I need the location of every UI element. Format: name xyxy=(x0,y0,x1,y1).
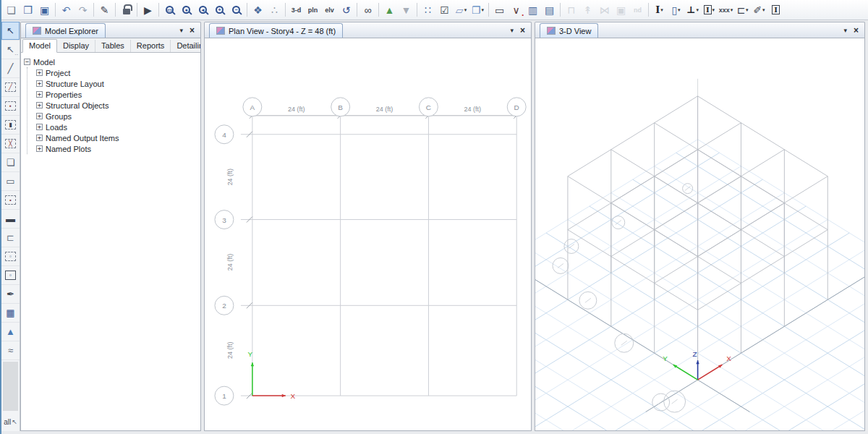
plan-view-panel: Plan View - Story4 - Z = 48 (ft) ▾ × 24 … xyxy=(204,22,532,431)
panel-menu-icon[interactable]: ▾ xyxy=(179,27,183,34)
expand-icon[interactable]: + xyxy=(36,80,43,87)
channel-section-icon[interactable]: ⊏▾ xyxy=(734,1,751,18)
rubber-band-zoom-icon[interactable]: ▭ xyxy=(161,1,178,18)
expand-icon[interactable]: + xyxy=(36,124,43,130)
toolbar-separator xyxy=(55,3,56,17)
new-model-icon[interactable]: ❏ xyxy=(3,1,20,18)
concrete-section-icon[interactable]: ▯▾ xyxy=(668,1,684,18)
explorer-tab-display[interactable]: Display xyxy=(57,40,95,52)
tree-item-label[interactable]: Structure Layout xyxy=(46,80,104,88)
zoom-out-icon[interactable]: − xyxy=(228,1,244,18)
view-elevation-button[interactable]: elv xyxy=(321,1,338,18)
draw-beam-icon[interactable]: ▪ xyxy=(1,97,20,116)
rotate-3d-view-icon[interactable]: ↺ xyxy=(338,1,354,18)
boxed-i-section-icon[interactable]: I▾ xyxy=(701,1,718,18)
walk-through-icon[interactable]: ∴ xyxy=(266,1,283,18)
model-explorer-tab[interactable]: Model Explorer xyxy=(25,23,106,38)
zoom-in-icon[interactable]: + xyxy=(211,1,228,18)
draw-dimension-icon[interactable]: ✒ xyxy=(1,285,20,304)
explorer-tab-detailing[interactable]: Detailing xyxy=(171,40,201,52)
tree-item-label[interactable]: Project xyxy=(46,69,70,77)
draw-frame-rect-icon[interactable]: ▭ xyxy=(491,1,508,18)
tree-item-label[interactable]: Loads xyxy=(46,123,67,132)
svg-text:4: 4 xyxy=(222,131,226,139)
close-icon[interactable]: × xyxy=(520,26,525,35)
draw-special-joint-icon[interactable]: ╱ xyxy=(1,78,20,97)
save-model-icon[interactable]: ▣ xyxy=(36,1,53,18)
pier-labels-icon[interactable]: ▥ xyxy=(524,1,541,18)
tree-item-label[interactable]: Named Plots xyxy=(46,145,91,153)
reshape-object-icon[interactable]: ↖·· xyxy=(1,41,20,59)
tree-item-label[interactable]: Groups xyxy=(46,112,72,121)
shrink-objects-icon[interactable]: ∷ xyxy=(420,1,436,18)
toolbar-separator xyxy=(648,3,649,17)
tree-item-label[interactable]: Model xyxy=(33,58,55,67)
collapse-icon[interactable]: − xyxy=(24,59,30,65)
spandrel-labels-icon[interactable]: ▤ xyxy=(541,1,558,18)
edit-pencil-icon[interactable]: ✎ xyxy=(96,1,113,18)
draw-joint-icon[interactable]: ∨• xyxy=(508,1,524,18)
tree-item-label[interactable]: Named Output Items xyxy=(46,134,119,142)
draw-rectangular-wall-icon[interactable]: ▭ xyxy=(1,172,20,191)
assign-note-icon[interactable]: ▱▾ xyxy=(453,1,469,18)
model-tree: −Model+Project+Structure Layout+Properti… xyxy=(21,53,200,158)
close-icon[interactable]: × xyxy=(854,26,859,35)
rebar-link-icon[interactable]: xxx▾ xyxy=(718,1,734,18)
svg-text:A: A xyxy=(250,103,255,111)
slab-draw-icon[interactable]: ✐▾ xyxy=(751,1,767,18)
plan-view-tab[interactable]: Plan View - Story4 - Z = 48 (ft) xyxy=(209,23,343,38)
draw-column-icon[interactable]: ▮ xyxy=(1,116,20,135)
3d-view-tab[interactable]: 3-D View xyxy=(540,23,598,38)
draw-wall-icon[interactable]: ❏ xyxy=(1,153,20,172)
display-options-icon[interactable]: ∞ xyxy=(359,1,376,18)
draw-floor-icon[interactable]: • xyxy=(1,191,20,210)
select-pointer-icon[interactable]: ↖ xyxy=(1,22,20,41)
pan-icon[interactable]: ❖ xyxy=(250,1,266,18)
explorer-tab-model[interactable]: Model xyxy=(22,39,57,53)
mesh-areas-icon: ▣ xyxy=(613,1,629,18)
tee-section-icon[interactable]: ⊥▾ xyxy=(684,1,701,18)
undo-icon[interactable]: ↶ xyxy=(58,1,75,18)
draw-door-window-icon[interactable]: ▫ xyxy=(1,266,20,285)
lock-model-icon[interactable] xyxy=(118,1,135,18)
previous-zoom-icon[interactable]: ◂ xyxy=(195,1,211,18)
panel-menu-icon[interactable]: ▾ xyxy=(843,27,847,34)
expand-icon[interactable]: + xyxy=(36,113,43,119)
draw-braces-icon[interactable]: ╳ xyxy=(1,135,20,153)
expand-icon[interactable]: + xyxy=(36,102,43,109)
wall-section-icon[interactable]: I xyxy=(767,1,784,18)
plan-view-canvas[interactable]: 24 (ft)24 (ft)24 (ft)24 (ft)24 (ft)24 (f… xyxy=(204,38,532,431)
open-model-icon[interactable]: ❒ xyxy=(20,1,36,18)
expand-icon[interactable]: + xyxy=(36,135,43,141)
explorer-tab-reports[interactable]: Reports xyxy=(131,40,171,52)
move-down-story-icon[interactable]: ▼ xyxy=(398,1,414,18)
redo-icon[interactable]: ↷ xyxy=(75,1,91,18)
3d-view-canvas[interactable]: ZXY xyxy=(535,38,865,431)
tree-item-label[interactable]: Structural Objects xyxy=(46,101,109,110)
close-icon[interactable]: × xyxy=(190,26,195,35)
move-up-story-icon[interactable]: ▲ xyxy=(381,1,398,18)
draw-reference-line-icon[interactable]: ≈ xyxy=(1,341,20,360)
assign-copy-icon[interactable]: ❐▾ xyxy=(469,1,486,18)
tree-item-label[interactable]: Properties xyxy=(46,90,82,99)
show-grid-icon[interactable]: ▦ xyxy=(1,304,20,323)
draw-wall-stack-icon[interactable]: ▬ xyxy=(1,210,20,229)
select-all-button[interactable]: all ↖ xyxy=(1,412,20,431)
draw-opening-icon[interactable]: ⊏ xyxy=(1,229,20,247)
panel-menu-icon[interactable]: ▾ xyxy=(510,27,514,34)
view-3d-button[interactable]: 3-d xyxy=(288,1,305,18)
draw-dashed-opening-icon[interactable]: ▫ xyxy=(1,247,20,266)
explorer-tab-tables[interactable]: Tables xyxy=(95,40,131,52)
draw-line-icon[interactable]: ╱ xyxy=(1,59,20,78)
view-plan-button[interactable]: pln xyxy=(305,1,321,18)
expand-icon[interactable]: + xyxy=(36,91,43,98)
expand-icon[interactable]: + xyxy=(36,69,43,76)
expand-icon[interactable]: + xyxy=(36,145,43,152)
run-analysis-icon[interactable]: ▶ xyxy=(140,1,156,18)
3d-view-title: 3-D View xyxy=(559,27,591,35)
restore-full-view-icon[interactable]: ● xyxy=(178,1,195,18)
steel-frame-section-icon[interactable]: I▾ xyxy=(651,1,668,18)
display-check-options-icon[interactable]: ☑ xyxy=(436,1,453,18)
svg-text:X: X xyxy=(726,354,731,362)
extrude-view-icon[interactable]: ▲ xyxy=(1,323,20,341)
